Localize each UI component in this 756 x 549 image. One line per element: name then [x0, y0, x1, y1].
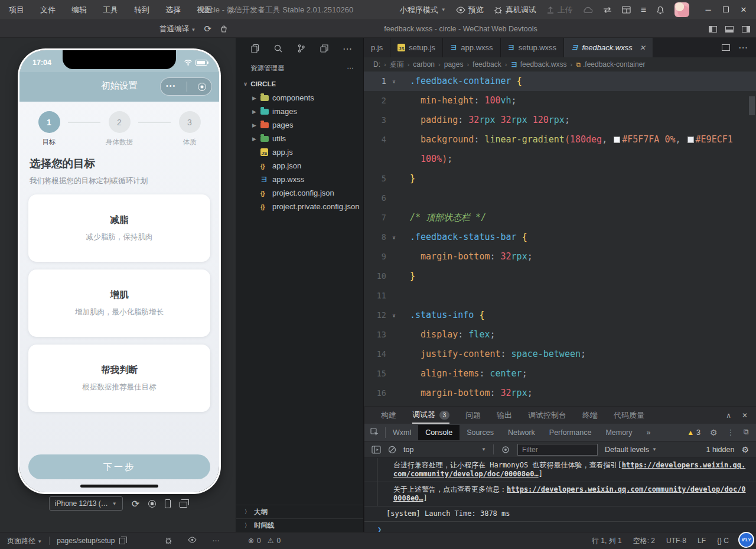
- collapse-panel-icon[interactable]: ∧: [726, 411, 731, 420]
- fold-icon[interactable]: ∨: [386, 228, 402, 247]
- breadcrumb-item[interactable]: ヨfeedback.wxss: [510, 60, 566, 70]
- code-row[interactable]: 13 display: flex;: [364, 325, 756, 345]
- breadcrumb-item[interactable]: D:: [373, 60, 380, 69]
- panel-tab-终端[interactable]: 终端: [582, 407, 598, 424]
- filter-input[interactable]: [517, 444, 598, 456]
- status-item[interactable]: UTF-8: [666, 537, 686, 545]
- code-row[interactable]: 14 justify-content: space-between;: [364, 345, 756, 364]
- split-editor-icon[interactable]: [722, 44, 730, 51]
- code-row[interactable]: 6: [364, 189, 756, 208]
- fold-icon[interactable]: ∨: [386, 72, 402, 91]
- code-row[interactable]: 2 min-height: 100vh;: [364, 91, 756, 111]
- source-control-icon[interactable]: [296, 44, 306, 53]
- devtools-overflow-icon[interactable]: »: [640, 425, 658, 440]
- clear-console-icon[interactable]: [388, 446, 396, 454]
- devtools-tab-Performance[interactable]: Performance: [542, 425, 599, 440]
- extensions-icon[interactable]: [320, 44, 329, 53]
- menu-item-项目[interactable]: 项目: [9, 5, 24, 15]
- page-path-selector[interactable]: 页面路径 ▼: [7, 536, 42, 546]
- devtools-settings-icon[interactable]: ⚙: [710, 428, 718, 437]
- menu-item-编辑[interactable]: 编辑: [71, 5, 87, 15]
- ifly-badge[interactable]: iFLY: [738, 532, 754, 548]
- maximize-button[interactable]: [717, 5, 735, 14]
- breadcrumb-item[interactable]: carbon: [413, 60, 435, 69]
- fold-icon[interactable]: ∨: [386, 306, 402, 325]
- breadcrumb[interactable]: D:›桌面›carbon›pages›feedback›ヨfeedback.wx…: [364, 57, 756, 72]
- tab-feedback.wxss[interactable]: ヨfeedback.wxss✕: [564, 38, 653, 57]
- code-row[interactable]: 10}: [364, 267, 756, 286]
- code-row[interactable]: 15 align-items: center;: [364, 364, 756, 384]
- search-icon[interactable]: [273, 44, 283, 53]
- tree-item-app.js[interactable]: JSapp.js: [236, 145, 363, 159]
- upload-button[interactable]: 上传: [546, 5, 573, 15]
- code-row[interactable]: 9 margin-bottom: 32rpx;: [364, 247, 756, 267]
- warning-counter[interactable]: ▲ 3: [687, 428, 700, 437]
- compile-refresh-icon[interactable]: ⟳: [204, 24, 211, 34]
- restart-icon[interactable]: ⟳: [132, 498, 139, 509]
- tab-setup.wxss[interactable]: ヨsetup.wxss: [501, 38, 565, 57]
- undock-icon[interactable]: ⧉: [744, 428, 749, 437]
- levels-selector[interactable]: Default levels ▼: [605, 446, 657, 454]
- multi-device-icon[interactable]: [180, 499, 187, 508]
- status-item[interactable]: {} C: [717, 537, 729, 545]
- editor-scrollbar[interactable]: [749, 96, 755, 115]
- panel-tab-代码质量[interactable]: 代码质量: [614, 407, 644, 424]
- panel-tab-输出[interactable]: 输出: [497, 407, 512, 424]
- tree-item-utils[interactable]: ▶utils: [236, 132, 363, 145]
- code-area[interactable]: 1∨.feedback-container {2 min-height: 100…: [364, 72, 756, 407]
- code-row[interactable]: 12∨.status-info {: [364, 306, 756, 325]
- status-item[interactable]: 行 1, 列 1: [592, 536, 622, 546]
- preview-button[interactable]: 预览: [456, 5, 484, 15]
- record-stop-icon[interactable]: [148, 500, 156, 508]
- code-row[interactable]: 100%);: [364, 150, 756, 169]
- goal-card-增肌[interactable]: 增肌增加肌肉，最小化脂肪增长: [28, 269, 210, 337]
- problems-indicator[interactable]: ⊗ 0 ⚠ 0: [236, 537, 281, 545]
- breadcrumb-item[interactable]: 桌面: [390, 60, 404, 70]
- tab-p.js[interactable]: p.js: [364, 38, 390, 57]
- more-icon[interactable]: ⋯: [212, 537, 219, 545]
- debug-icon[interactable]: [164, 537, 172, 545]
- breadcrumb-item[interactable]: pages: [444, 60, 464, 69]
- toggle-sidebar-icon[interactable]: [709, 26, 717, 33]
- timeline-section[interactable]: 〉 时间线: [236, 518, 363, 532]
- next-step-button[interactable]: 下一步: [28, 454, 210, 479]
- console-prompt[interactable]: ❯: [364, 522, 756, 532]
- tree-item-project.config.json[interactable]: {}project.config.json: [236, 186, 363, 200]
- tree-item-components[interactable]: ▶components: [236, 91, 363, 105]
- tree-item-app.json[interactable]: {}app.json: [236, 159, 363, 173]
- console-settings-icon[interactable]: ⚙: [741, 445, 749, 454]
- context-selector[interactable]: top ▼: [403, 446, 486, 454]
- code-row[interactable]: 16 margin-bottom: 32rpx;: [364, 384, 756, 403]
- breadcrumb-item[interactable]: ⧉.feedback-container: [576, 60, 645, 69]
- devtools-tab-Sources[interactable]: Sources: [460, 425, 501, 440]
- code-row[interactable]: 4 background: linear-gradient(180deg, #F…: [364, 130, 756, 150]
- status-item[interactable]: 空格: 2: [633, 536, 655, 546]
- console-sidebar-icon[interactable]: [372, 446, 381, 454]
- close-panel-icon[interactable]: ✕: [742, 411, 748, 420]
- tree-item-project.private.config.json[interactable]: {}project.private.config.json: [236, 200, 363, 213]
- compile-mode-selector[interactable]: 普通编译 ▼: [159, 24, 195, 34]
- code-row[interactable]: 7/* 顶部状态栏 */: [364, 208, 756, 228]
- explorer-more-icon[interactable]: ⋯: [347, 64, 354, 72]
- device-frame-icon[interactable]: [165, 499, 171, 508]
- inspect-element-icon[interactable]: [364, 427, 386, 438]
- files-icon[interactable]: [250, 44, 260, 53]
- devtools-kebab-icon[interactable]: ⋮: [727, 428, 735, 437]
- tab-setup.js[interactable]: JSsetup.js: [390, 38, 443, 57]
- tree-item-pages[interactable]: ▶pages: [236, 118, 363, 132]
- remote-debug-button[interactable]: 真机调试: [494, 5, 536, 15]
- devtools-tab-Network[interactable]: Network: [501, 425, 542, 440]
- code-row[interactable]: 1∨.feedback-container {: [364, 72, 756, 91]
- eye-icon[interactable]: [188, 537, 197, 545]
- more-icon[interactable]: ⋯: [343, 43, 352, 54]
- status-item[interactable]: LF: [698, 537, 706, 545]
- menu-item-文件[interactable]: 文件: [40, 5, 56, 15]
- minimize-target-icon[interactable]: [198, 83, 206, 91]
- tree-item-images[interactable]: ▶images: [236, 105, 363, 118]
- user-avatar[interactable]: [674, 2, 689, 17]
- tab-app.wxss[interactable]: ヨapp.wxss: [443, 38, 500, 57]
- goal-card-减脂[interactable]: 减脂减少脂肪，保持肌肉: [28, 194, 210, 262]
- copy-path-icon[interactable]: [119, 538, 125, 544]
- panel-tab-调试器[interactable]: 调试器3: [412, 407, 449, 424]
- toggle-panel-icon[interactable]: [725, 26, 734, 33]
